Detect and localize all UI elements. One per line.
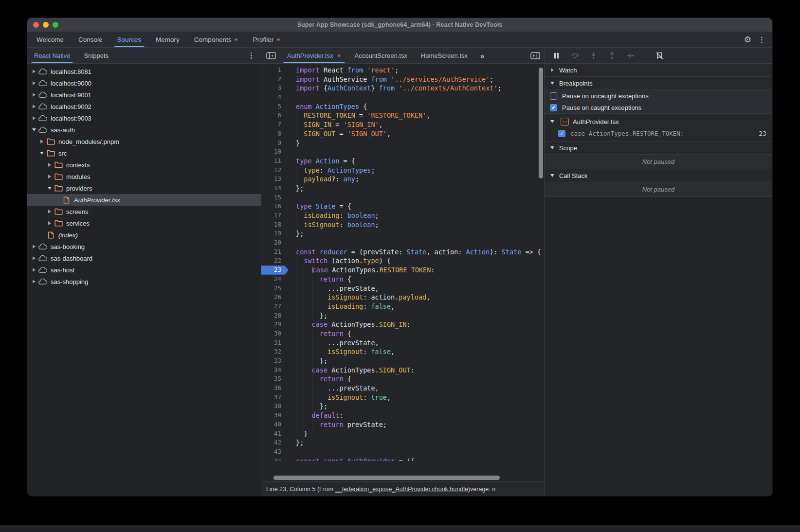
editor-tab-authprovider-tsx[interactable]: AuthProvider.tsx× [280, 48, 348, 63]
navigator-tab-react-native[interactable]: React Native [27, 48, 77, 63]
line-number[interactable]: 27 [261, 302, 289, 311]
h-scrollbar-thumb[interactable] [273, 476, 500, 480]
code-line[interactable]: 14}; [261, 184, 544, 193]
tree-row-sas-host[interactable]: sas-host [27, 264, 261, 276]
line-number[interactable]: 2 [261, 75, 289, 84]
toggle-navigator-icon[interactable] [266, 52, 276, 59]
code-line[interactable]: 28}; [261, 311, 544, 320]
code-line[interactable]: 6RESTORE_TOKEN = 'RESTORE_TOKEN', [261, 111, 544, 120]
scope-section-header[interactable]: Scope [545, 142, 772, 155]
line-number[interactable]: 9 [261, 139, 289, 148]
tree-row-screens[interactable]: screens [27, 206, 261, 217]
tree-row-authprovider-tsx[interactable]: AuthProvider.tsx [27, 194, 261, 206]
pause-uncaught-row[interactable]: Pause on uncaught exceptions [545, 90, 772, 102]
code-line[interactable]: 34case ActionTypes.SIGN_OUT: [261, 366, 544, 375]
code-line[interactable]: 44export const AuthProvider = ({ [261, 457, 544, 461]
line-number[interactable]: 13 [261, 175, 289, 184]
chevron-down-icon[interactable] [47, 187, 53, 190]
tree-row-src[interactable]: src [27, 147, 261, 159]
chevron-right-icon[interactable] [31, 245, 37, 248]
code-line[interactable]: 10 [261, 147, 544, 157]
breakpoints-section-header[interactable]: Breakpoints [545, 77, 772, 90]
code-line[interactable]: 24return { [261, 275, 544, 284]
step-over-button[interactable] [571, 52, 579, 60]
tree-row-node-modules-pnpm[interactable]: node_modules/.pnpm [27, 136, 261, 147]
chevron-right-icon[interactable] [31, 81, 37, 85]
code-line[interactable]: 16type State = { [261, 202, 544, 211]
close-window-button[interactable] [33, 22, 39, 28]
code-line[interactable]: 11type Action = { [261, 157, 544, 166]
toggle-debugger-icon[interactable] [530, 52, 540, 59]
tree-row-sas-shopping[interactable]: sas-shopping [27, 276, 261, 287]
line-number[interactable]: 42 [261, 438, 289, 447]
line-number[interactable]: 11 [261, 157, 289, 166]
tree-row-sas-auth[interactable]: sas-auth [27, 124, 261, 136]
breakpoint-entry[interactable]: ✓ case ActionTypes.RESTORE_TOKEN: 23 [545, 128, 772, 139]
code-line[interactable]: 7SIGN_IN = 'SIGN_IN', [261, 120, 544, 129]
pause-button[interactable] [552, 52, 561, 60]
minimize-window-button[interactable] [43, 22, 49, 28]
more-editor-tabs-icon[interactable]: » [474, 52, 490, 60]
line-number[interactable]: 7 [261, 120, 289, 129]
tree-row-localhost-9002[interactable]: localhost:9002 [27, 101, 261, 112]
code-line[interactable]: 9} [261, 139, 544, 148]
line-number[interactable]: 8 [261, 129, 289, 139]
line-number[interactable]: 22 [261, 256, 289, 266]
line-number[interactable]: 37 [261, 393, 289, 402]
code-line[interactable]: 36...prevState, [261, 384, 544, 393]
tree-row-modules[interactable]: modules [27, 171, 261, 182]
breakpoint-flag[interactable]: 23 [261, 266, 289, 275]
line-number[interactable]: 39 [261, 411, 289, 420]
main-tab-welcome[interactable]: Welcome [29, 32, 71, 47]
line-number[interactable]: 38 [261, 402, 289, 411]
watch-section-header[interactable]: Watch [545, 64, 772, 77]
line-number[interactable]: 17 [261, 211, 289, 220]
code-line[interactable]: 38}; [261, 402, 544, 411]
code-line[interactable]: 25...prevState, [261, 284, 544, 293]
main-tab-console[interactable]: Console [71, 32, 110, 47]
line-number[interactable]: 33 [261, 356, 289, 366]
code-line[interactable]: 26isSignout: action.payload, [261, 293, 544, 302]
breakpoint-entry-checkbox[interactable]: ✓ [558, 130, 565, 137]
line-number[interactable]: 32 [261, 347, 289, 356]
step-out-button[interactable] [608, 52, 616, 60]
editor-tab-accountscreen-tsx[interactable]: AccountScreen.tsx [348, 48, 414, 63]
chevron-right-icon[interactable] [47, 221, 53, 225]
line-number[interactable]: 25 [261, 284, 289, 293]
line-number[interactable]: 24 [261, 275, 289, 284]
code-line[interactable]: 17isLoading: boolean; [261, 211, 544, 220]
tree-row--index-[interactable]: (index) [27, 229, 261, 241]
chevron-right-icon[interactable] [47, 175, 53, 178]
chevron-down-icon[interactable] [39, 152, 45, 155]
chevron-right-icon[interactable] [47, 210, 53, 213]
code-line[interactable]: 19}; [261, 229, 544, 238]
line-number[interactable]: 40 [261, 420, 289, 429]
code-line[interactable]: 29case ActionTypes.SIGN_IN: [261, 320, 544, 329]
chevron-right-icon[interactable] [47, 163, 53, 167]
code-line[interactable]: 21const reducer = (prevState: State, act… [261, 248, 544, 257]
checkbox-uncaught[interactable] [550, 92, 557, 100]
line-number[interactable]: 28 [261, 311, 289, 320]
navigator-more-icon[interactable]: ⋮ [248, 51, 261, 60]
chevron-right-icon[interactable] [31, 116, 37, 120]
tree-row-localhost-9000[interactable]: localhost:9000 [27, 77, 261, 89]
breakpoint-file-header[interactable]: ‹› AuthProvider.tsx [545, 115, 772, 128]
line-number[interactable]: 20 [261, 238, 289, 248]
zoom-window-button[interactable] [53, 22, 58, 28]
tree-row-localhost-8081[interactable]: localhost:8081 [27, 66, 261, 77]
deactivate-breakpoints-button[interactable] [655, 52, 664, 60]
code-line[interactable]: 5enum ActionTypes { [261, 102, 544, 111]
line-number[interactable]: 1 [261, 66, 289, 75]
code-area[interactable]: 1import React from 'react';2import AuthS… [261, 64, 544, 481]
main-tab-memory[interactable]: Memory [148, 32, 187, 47]
code-line[interactable]: 40return prevState; [261, 420, 544, 429]
editor-tab-homescreen-tsx[interactable]: HomeScreen.tsx [414, 48, 474, 63]
line-number[interactable]: 15 [261, 193, 289, 202]
checkbox-caught[interactable]: ✓ [550, 104, 557, 111]
chevron-right-icon[interactable] [31, 256, 37, 260]
tree-row-sas-booking[interactable]: sas-booking [27, 241, 261, 252]
tree-row-sas-dashboard[interactable]: sas-dashboard [27, 252, 261, 264]
code-line[interactable]: 4 [261, 93, 544, 102]
code-line[interactable]: 22switch (action.type) { [261, 256, 544, 266]
pause-caught-row[interactable]: ✓ Pause on caught exceptions [545, 102, 772, 113]
